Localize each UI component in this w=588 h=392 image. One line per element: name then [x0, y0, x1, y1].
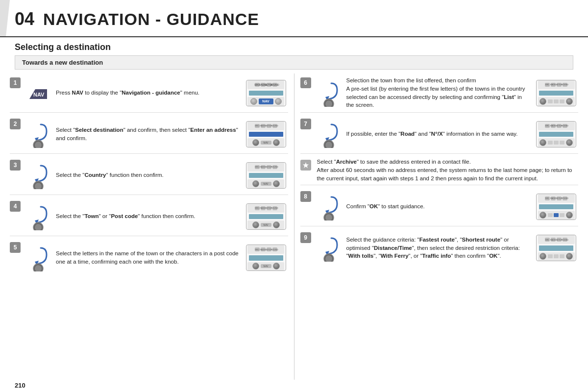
d9-small-btn3	[560, 254, 564, 258]
device-image-8: SRC RADIO SETUP SOUND	[536, 194, 576, 220]
d8-k2	[566, 212, 573, 219]
step-4-row: 4 Select the "Town" or "Post code" funct…	[10, 197, 288, 236]
d4-k1	[252, 221, 259, 228]
device-image-7: SRC RADIO SETUP SOUND	[536, 121, 576, 147]
nav-btn-device: NAV	[259, 98, 273, 104]
d9-b4: SOUND	[563, 238, 567, 242]
device-top-3: SRC RADIO SETUP SOUND	[247, 163, 284, 172]
d2-k1	[252, 139, 259, 146]
d1-k1	[250, 98, 257, 105]
page: 04 NAVIGATION - GUIDANCE Selecting a des…	[0, 0, 588, 392]
footer: 210	[0, 380, 588, 392]
d4-b2: RADIO	[261, 206, 266, 210]
step-6-number: 6	[300, 77, 311, 88]
d4-nav: NAV	[261, 223, 271, 227]
page-number: 210	[15, 382, 25, 389]
d6-k2	[566, 98, 573, 105]
d8-small-btn1	[548, 213, 553, 217]
d7-small-btn1	[548, 141, 553, 145]
step-4-text: Select the "Town" or "Post code" functio…	[56, 212, 241, 220]
d5-nav: NAV	[261, 264, 271, 268]
device-top-6: SRC RADIO SETUP SOUND	[538, 80, 575, 89]
device-image-3: SRC RADIO SETUP SOUND NAV	[246, 162, 286, 189]
d2-b1: SRC	[255, 124, 260, 128]
d5-b1: SRC	[255, 247, 260, 251]
d1-k2	[275, 98, 282, 105]
device-screen-5	[249, 255, 283, 261]
device-bottom-3: NAV	[247, 179, 284, 188]
header: 04 NAVIGATION - GUIDANCE	[0, 0, 588, 37]
d2-nav: NAV	[261, 141, 271, 145]
device-screen-6	[539, 91, 573, 96]
device-bottom-2: NAV	[247, 138, 284, 147]
nav-btn-label: NAV	[262, 99, 269, 103]
step-1-number: 1	[10, 77, 21, 88]
d4-k2	[273, 221, 280, 228]
step-7-row: 7 If possible, enter the "Road" and "N°/…	[300, 115, 579, 154]
step-2-device: SRC RADIO SETUP SOUND NAV	[244, 121, 288, 147]
step-5-icon	[24, 244, 53, 271]
step-2-row: 2 Select "Select destination" and confir…	[10, 115, 288, 154]
step-4-svg	[26, 203, 50, 230]
d4-b4: SOUND	[272, 206, 277, 210]
d4-b3: SETUP	[267, 206, 271, 210]
d7-small-btn2	[554, 141, 559, 145]
d9-btns	[548, 254, 564, 258]
step-5-svg	[26, 244, 50, 271]
device-bottom-1: NAV	[247, 97, 284, 105]
d5-b4: SOUND	[272, 247, 277, 251]
chapter-title: NAVIGATION - GUIDANCE	[43, 10, 259, 29]
d6-small-btn1	[548, 99, 553, 103]
step-4-icon	[24, 203, 53, 230]
d2-b3: SETUP	[267, 124, 271, 128]
d7-b3: SETUP	[557, 124, 562, 128]
device-bottom-5: NAV	[247, 262, 284, 270]
device-image-5: SRC RADIO SETUP SOUND NAV	[246, 245, 286, 271]
d8-b2: RADIO	[551, 196, 556, 200]
d8-b1: SRC	[545, 196, 550, 200]
step-1-text: Press NAV to display the "Navigation - g…	[56, 89, 241, 97]
step-3-row: 3 Select the "Country" function then con…	[10, 156, 288, 195]
svg-marker-20	[303, 162, 309, 168]
svg-text:NAV: NAV	[33, 92, 45, 98]
d7-btns	[548, 141, 564, 145]
step-9-icon	[314, 234, 343, 262]
step-7-text: If possible, enter the "Road" and "N°/X"…	[346, 130, 532, 138]
d6-small-btn2	[554, 99, 559, 103]
d6-b1: SRC	[545, 83, 550, 87]
d6-small-btn3	[560, 99, 564, 103]
content-area: 1 NAV Press NAV to display the "Navigati…	[0, 74, 588, 380]
step-3-number: 3	[10, 160, 21, 171]
device-screen-2	[249, 132, 283, 137]
d8-btns	[548, 213, 564, 217]
step-3-device: SRC RADIO SETUP SOUND NAV	[244, 162, 288, 189]
device-image-1: SRC RADIO SETUP SOUND NAV	[246, 80, 286, 106]
device-image-2: SRC RADIO SETUP SOUND NAV	[246, 121, 286, 147]
d5-b2: RADIO	[261, 247, 266, 251]
d6-btns	[548, 99, 564, 103]
d7-k1	[539, 139, 546, 146]
d8-k1	[539, 212, 546, 219]
d5-k2	[273, 263, 280, 270]
d2-k2	[273, 139, 280, 146]
device-image-4: SRC RADIO SETUP SOUND NAV	[246, 203, 286, 230]
step-4-number: 4	[10, 201, 21, 212]
d7-b4: SOUND	[563, 124, 567, 128]
step-7-icon	[314, 121, 343, 148]
d9-b3: SETUP	[557, 238, 562, 242]
step-3-text: Select the "Country" function then confi…	[56, 171, 241, 179]
device-top-2: SRC RADIO SETUP SOUND	[247, 122, 284, 130]
subsection-title: Towards a new destination	[22, 59, 103, 66]
step-1-icon: NAV	[24, 80, 53, 106]
step-9-svg	[317, 234, 341, 262]
d4-b1: SRC	[255, 206, 260, 210]
step-2-icon	[24, 121, 53, 148]
section-title: Selecting a destination	[15, 42, 111, 52]
device-top-8: SRC RADIO SETUP SOUND	[538, 194, 575, 203]
step-8-device: SRC RADIO SETUP SOUND	[534, 194, 578, 220]
step-7-device: SRC RADIO SETUP SOUND	[534, 121, 578, 147]
step-6-row: 6 Selection the town from the list offer…	[300, 74, 579, 113]
step-4-device: SRC RADIO SETUP SOUND NAV	[244, 203, 288, 230]
step-9-device: SRC RADIO SETUP SOUND	[534, 235, 578, 261]
star-svg	[302, 162, 309, 169]
